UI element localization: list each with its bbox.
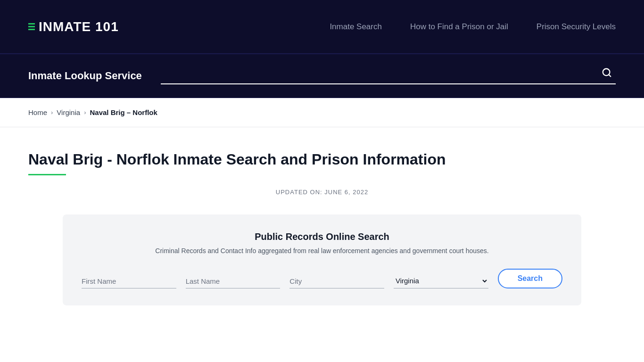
search-bar-label: Inmate Lookup Service	[28, 70, 142, 82]
logo-link[interactable]: INMATE 101	[28, 19, 119, 34]
search-bar-section: Inmate Lookup Service	[0, 54, 644, 98]
svg-line-1	[609, 74, 611, 76]
updated-date: UPDATED ON: JUNE 6, 2022	[28, 189, 616, 196]
search-card: Public Records Online Search Criminal Re…	[63, 214, 581, 305]
page-title: Naval Brig - Norflok Inmate Search and P…	[28, 151, 616, 168]
logo-text: INMATE 101	[39, 19, 119, 34]
search-button[interactable]: Search	[498, 269, 562, 288]
state-select[interactable]: Virginia	[394, 273, 488, 288]
first-name-field	[82, 274, 176, 288]
breadcrumb-current: Naval Brig – Norflok	[90, 108, 157, 116]
breadcrumb: Home › Virginia › Naval Brig – Norflok	[28, 108, 616, 116]
nav-links: Inmate Search How to Find a Prison or Ja…	[330, 22, 616, 32]
nav-inmate-search[interactable]: Inmate Search	[330, 22, 382, 32]
search-form: Virginia Search	[82, 269, 562, 288]
breadcrumb-chevron-2: ›	[84, 109, 86, 116]
breadcrumb-home[interactable]: Home	[28, 108, 47, 116]
breadcrumb-chevron-1: ›	[51, 109, 53, 116]
city-field	[289, 274, 384, 288]
search-input[interactable]	[161, 70, 598, 78]
top-navigation: INMATE 101 Inmate Search How to Find a P…	[0, 0, 644, 54]
search-input-wrapper	[161, 67, 616, 84]
main-content: Naval Brig - Norflok Inmate Search and P…	[0, 127, 644, 324]
card-subtitle: Criminal Records and Contact Info aggreg…	[82, 247, 562, 255]
search-icon	[602, 67, 612, 78]
search-icon-button[interactable]	[598, 67, 616, 81]
card-title: Public Records Online Search	[82, 231, 562, 242]
logo-icon	[28, 23, 35, 30]
city-input[interactable]	[289, 274, 384, 288]
state-field: Virginia	[394, 273, 488, 288]
last-name-field	[186, 274, 281, 288]
last-name-input[interactable]	[186, 274, 281, 288]
breadcrumb-section: Home › Virginia › Naval Brig – Norflok	[0, 98, 644, 127]
title-underline	[28, 174, 66, 175]
nav-security-levels[interactable]: Prison Security Levels	[537, 22, 616, 32]
breadcrumb-state[interactable]: Virginia	[57, 108, 80, 116]
first-name-input[interactable]	[82, 274, 176, 288]
nav-find-prison[interactable]: How to Find a Prison or Jail	[410, 22, 508, 32]
